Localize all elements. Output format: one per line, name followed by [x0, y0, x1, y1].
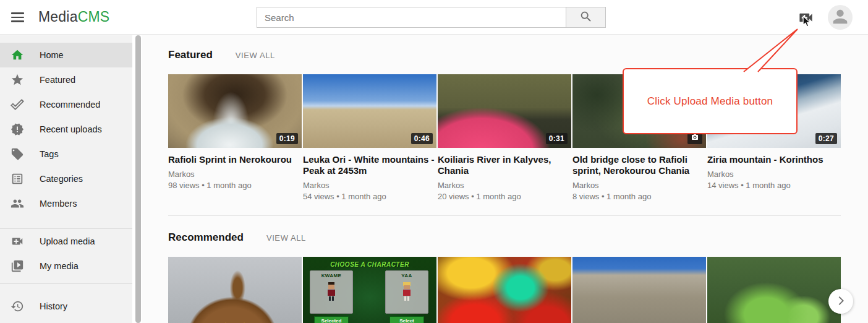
video-card: 0:31 Koiliaris River in Kalyves, Chania …: [438, 74, 571, 201]
thumbnail-game-title: CHOOSE A CHARACTER: [303, 261, 436, 268]
video-card: [572, 257, 706, 323]
new-releases-icon: [10, 122, 25, 137]
home-icon: [10, 48, 25, 62]
select-button: Select: [389, 316, 424, 323]
chevron-right-icon: [834, 294, 848, 309]
video-card: [438, 257, 571, 323]
video-title[interactable]: Old bridge close to Rafioli sprint, Nero…: [572, 154, 706, 176]
hamburger-menu-icon[interactable]: [9, 11, 25, 24]
sidebar-item-my-media[interactable]: My media: [0, 254, 132, 278]
sidebar-item-featured[interactable]: Featured: [0, 67, 132, 92]
sidebar-item-members[interactable]: Members: [0, 191, 132, 216]
list-icon: [10, 171, 25, 186]
duration-badge: 0:19: [276, 133, 298, 144]
double-check-icon: [10, 97, 25, 112]
video-meta: 8 views • 1 month ago: [572, 192, 706, 201]
character-name: KWAME: [310, 273, 352, 278]
character-sprite: [401, 282, 412, 302]
video-meta: 14 views • 1 month ago: [707, 181, 841, 190]
sidebar-item-upload-media[interactable]: Upload media: [0, 229, 132, 254]
sidebar-item-label: Recommended: [40, 100, 100, 110]
sidebar-item-categories[interactable]: Categories: [0, 166, 132, 191]
mouse-cursor-icon: [802, 15, 812, 28]
upload-callout: Click Upload Media button: [623, 68, 798, 134]
sidebar: Home Featured Recommended Recent uploads…: [0, 35, 142, 323]
video-thumbnail[interactable]: CHOOSE A CHARACTER KWAME YAA: [303, 257, 436, 323]
user-avatar[interactable]: [828, 5, 853, 30]
character-name: YAA: [386, 273, 428, 278]
video-title[interactable]: Rafioli Sprint in Nerokourou: [168, 154, 302, 165]
video-thumbnail[interactable]: [572, 257, 706, 323]
star-icon: [10, 72, 25, 87]
sidebar-item-tags[interactable]: Tags: [0, 142, 132, 166]
carousel-next-button[interactable]: [828, 289, 853, 314]
character-panel: KWAME: [310, 270, 353, 314]
video-library-icon: [10, 259, 25, 273]
search-input[interactable]: [257, 7, 566, 28]
sidebar-nav: Home Featured Recommended Recent uploads…: [0, 35, 132, 323]
sidebar-item-home[interactable]: Home: [0, 43, 132, 67]
section-title: Featured: [168, 49, 213, 61]
video-card: [707, 257, 841, 323]
sidebar-item-label: Recent uploads: [40, 124, 102, 134]
view-all-link[interactable]: VIEW ALL: [236, 51, 275, 60]
logo-media: Media: [38, 9, 78, 25]
video-title[interactable]: Leuka Ori - White mountains - Peak at 24…: [303, 154, 436, 176]
character-sprite: [326, 282, 337, 302]
video-title[interactable]: Ziria mountain - Korinthos: [707, 154, 841, 165]
sidebar-item-label: Upload media: [40, 236, 95, 246]
section-divider: [168, 215, 841, 216]
search-button[interactable]: [566, 7, 606, 28]
video-author[interactable]: Markos: [572, 181, 706, 190]
recommended-section: Recommended VIEW ALL CHOOSE A CHARACTER …: [168, 231, 841, 323]
upload-media-icon: [10, 234, 25, 249]
sidebar-item-label: Members: [40, 199, 77, 209]
search-icon: [579, 10, 593, 25]
sidebar-item-label: History: [40, 301, 67, 311]
sidebar-item-history[interactable]: History: [0, 294, 132, 319]
search-bar: [257, 7, 606, 28]
video-thumbnail[interactable]: 0:31: [438, 74, 571, 148]
video-thumbnail[interactable]: [707, 257, 841, 323]
video-author[interactable]: Markos: [168, 170, 302, 179]
video-thumbnail[interactable]: 0:46: [303, 74, 436, 148]
video-meta: 20 views • 1 month ago: [438, 192, 571, 201]
sidebar-item-label: My media: [40, 261, 79, 271]
view-all-link[interactable]: VIEW ALL: [266, 233, 306, 243]
person-icon: [830, 6, 851, 30]
tag-icon: [10, 147, 25, 162]
duration-badge: 0:31: [546, 133, 568, 144]
sidebar-scrollbar[interactable]: [135, 35, 141, 323]
section-title: Recommended: [168, 231, 244, 244]
logo-cms: CMS: [78, 9, 110, 25]
history-icon: [10, 299, 25, 314]
video-card: 0:19 Rafioli Sprint in Nerokourou Markos…: [168, 74, 302, 201]
video-meta: 54 views • 1 month ago: [303, 192, 436, 201]
video-thumbnail[interactable]: [438, 257, 571, 323]
sidebar-item-label: Featured: [40, 75, 75, 85]
sidebar-item-recent-uploads[interactable]: Recent uploads: [0, 117, 132, 142]
video-title[interactable]: Koiliaris River in Kalyves, Chania: [438, 154, 571, 176]
video-thumbnail[interactable]: 0:19: [168, 74, 302, 148]
selected-button: Selected: [314, 316, 349, 323]
sidebar-item-label: Tags: [40, 149, 59, 159]
video-card: [168, 257, 302, 323]
app-logo[interactable]: MediaCMS: [38, 9, 109, 25]
video-card: 0:46 Leuka Ori - White mountains - Peak …: [303, 74, 436, 201]
video-author[interactable]: Markos: [707, 170, 841, 179]
video-thumbnail[interactable]: [168, 257, 302, 323]
people-icon: [10, 196, 25, 211]
duration-badge: 0:46: [411, 133, 433, 144]
sidebar-item-recommended[interactable]: Recommended: [0, 92, 132, 117]
video-author[interactable]: Markos: [438, 181, 571, 190]
video-meta: 98 views • 1 month ago: [168, 181, 302, 190]
callout-text: Click Upload Media button: [647, 95, 773, 108]
video-card: CHOOSE A CHARACTER KWAME YAA: [303, 257, 436, 323]
video-author[interactable]: Markos: [303, 181, 436, 190]
sidebar-item-label: Categories: [40, 174, 83, 184]
duration-badge: 0:27: [815, 133, 837, 144]
character-panel: YAA: [385, 270, 428, 314]
callout-arrow: [730, 27, 810, 73]
sidebar-item-label: Home: [40, 50, 64, 60]
